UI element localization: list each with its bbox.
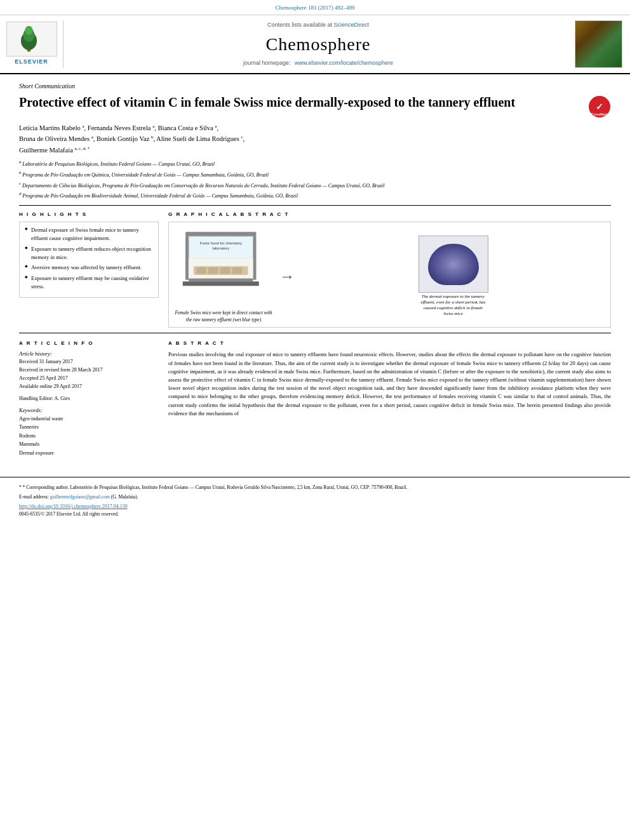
affil-c: c Departamento de Ciências Biológicas, P… bbox=[19, 180, 611, 190]
highlights-list: Dermal exposure of Swiss female mice to … bbox=[25, 226, 153, 290]
highlight-item-2: Exposure to tannery effluent reduces obj… bbox=[25, 245, 153, 262]
thumb-image-box bbox=[575, 20, 622, 68]
brain-image-box bbox=[419, 236, 488, 293]
footnote-address: * * Corresponding author. Laboratório de… bbox=[19, 484, 611, 491]
article-type-label: Short Communication bbox=[19, 82, 611, 91]
elsevier-tree-icon bbox=[13, 25, 51, 53]
elsevier-logo-box bbox=[6, 22, 57, 57]
affil-b: b Programa de Pós-Graduação em Química, … bbox=[19, 170, 611, 179]
graphical-abstract-section: G R A P H I C A L A B S T R A C T bbox=[168, 211, 611, 328]
doi-link[interactable]: http://dx.doi.org/10.1016/j.chemosphere.… bbox=[19, 503, 611, 510]
svg-rect-21 bbox=[183, 282, 259, 286]
email-note: (G. Malafaia). bbox=[111, 494, 138, 500]
keywords-section: Keywords: Agro-industrial waste Tannerie… bbox=[19, 407, 159, 458]
ga-result-caption: The dermal exposure to the tannery efflu… bbox=[419, 294, 488, 317]
article-title-block: Protective effect of vitamin C in female… bbox=[19, 94, 611, 118]
author-estrela: Fernanda Neves Estrela a, bbox=[88, 124, 158, 131]
elsevier-label: ELSEVIER bbox=[15, 58, 48, 66]
graphical-abstract-title: G R A P H I C A L A B S T R A C T bbox=[168, 211, 611, 218]
fume-hood-diagram: Fume hood for chemistry laboratory Femal… bbox=[173, 229, 274, 323]
sciencedirect-text: Contents lists available at ScienceDirec… bbox=[267, 21, 369, 29]
keywords-list: Agro-industrial waste Tanneries Rodents … bbox=[19, 415, 159, 458]
brain-blob bbox=[428, 244, 479, 285]
svg-rect-9 bbox=[253, 236, 256, 280]
email-label: E-mail address: bbox=[19, 494, 49, 500]
author-vaz: Boniek Gontijo Vaz b, bbox=[97, 135, 156, 142]
authors-list: Letícia Martins Rabelo a, Fernanda Neves… bbox=[19, 123, 611, 156]
svg-point-3 bbox=[25, 26, 33, 35]
highlights-graphical-row: H I G H L I G H T S Dermal exposure of S… bbox=[19, 211, 611, 328]
svg-rect-16 bbox=[208, 267, 218, 274]
highlight-item-3: Aversive memory was affected by tannery … bbox=[25, 263, 153, 272]
kw-3: Rodents bbox=[19, 432, 159, 441]
email-link[interactable]: guilhermeifgoiano@gmail.com bbox=[50, 494, 111, 500]
ga-result-box: The dermal exposure to the tannery efflu… bbox=[300, 236, 607, 317]
accepted-date: Accepted 25 April 2017 bbox=[19, 375, 159, 383]
article-title-text: Protective effect of vitamin C in female… bbox=[19, 94, 582, 110]
svg-rect-17 bbox=[220, 267, 230, 274]
svg-rect-7 bbox=[185, 232, 256, 237]
citation-bar: Chemosphere 181 (2017) 492–499 bbox=[0, 0, 630, 15]
article-history: Article history: Received 31 January 201… bbox=[19, 350, 159, 390]
handling-editor: Handling Editor: A. Gies bbox=[19, 395, 159, 402]
svg-rect-8 bbox=[185, 236, 189, 280]
journal-thumbnail bbox=[573, 20, 624, 68]
received-date: Received 31 January 2017 bbox=[19, 358, 159, 366]
article-info-block: A R T I C L E I N F O Article history: R… bbox=[19, 340, 159, 457]
keywords-title: Keywords: bbox=[19, 407, 159, 415]
svg-text:CrossMark: CrossMark bbox=[591, 112, 608, 116]
section-divider-2 bbox=[19, 333, 611, 333]
highlights-section: H I G H L I G H T S Dermal exposure of S… bbox=[19, 211, 159, 328]
highlight-item-1: Dermal exposure of Swiss female mice to … bbox=[25, 226, 153, 243]
available-date: Available online 29 April 2017 bbox=[19, 383, 159, 391]
elsevier-logo: ELSEVIER bbox=[6, 20, 64, 68]
kw-1: Agro-industrial waste bbox=[19, 415, 159, 423]
homepage-line: journal homepage: www.elsevier.com/locat… bbox=[243, 59, 393, 67]
copyright-text: 0045-6535/© 2017 Elsevier Ltd. All right… bbox=[19, 511, 611, 518]
footer: * * Corresponding author. Laboratório de… bbox=[0, 477, 630, 523]
journal-center: Contents lists available at ScienceDirec… bbox=[70, 20, 566, 68]
svg-rect-10 bbox=[189, 278, 253, 281]
highlights-box: Dermal exposure of Swiss female mice to … bbox=[19, 222, 159, 297]
thumb-image bbox=[575, 21, 622, 67]
ga-mice-caption: Female Swiss mice were kept in direct co… bbox=[173, 310, 274, 323]
homepage-label: journal homepage: bbox=[243, 60, 291, 66]
crossmark-icon: ✓ CrossMark bbox=[588, 95, 611, 118]
author-malafaia: Guilherme Malafaia a, c, d, * bbox=[19, 147, 90, 154]
footnote-text: * Corresponding author. Laboratório de P… bbox=[23, 484, 408, 490]
citation-text: Chemosphere 181 (2017) 492–499 bbox=[275, 4, 354, 11]
svg-text:✓: ✓ bbox=[596, 102, 603, 112]
email-address: guilhermeifgoiano@gmail.com bbox=[50, 494, 110, 500]
author-rodrigues: Aline Sueli de Lima Rodrigues c, bbox=[156, 135, 245, 142]
kw-5: Dermal exposure bbox=[19, 449, 159, 458]
section-divider-1 bbox=[19, 205, 611, 206]
ga-arrow: → bbox=[279, 266, 295, 288]
svg-rect-15 bbox=[196, 267, 206, 274]
journal-title: Chemosphere bbox=[266, 32, 371, 57]
svg-text:Fume hood for chemistry: Fume hood for chemistry bbox=[200, 241, 242, 245]
abstract-section: A B S T R A C T Previous studies involvi… bbox=[168, 340, 611, 457]
author-silva: Bianca Costa e Silva a, bbox=[158, 124, 219, 131]
kw-2: Tanneries bbox=[19, 423, 159, 432]
highlights-title: H I G H L I G H T S bbox=[19, 211, 159, 218]
highlight-item-4: Exposure to tannery effluent may be caus… bbox=[25, 274, 153, 291]
info-dates: Received 31 January 2017 Received in rev… bbox=[19, 358, 159, 390]
affil-d: d Programa de Pós-Graduação em Biodivers… bbox=[19, 190, 611, 200]
author-mendes: Bruna de Oliveira Mendes a, bbox=[19, 135, 97, 142]
received-revised: Received in revised form 28 March 2017 bbox=[19, 366, 159, 375]
graphical-abstract-box: Fume hood for chemistry laboratory Femal… bbox=[168, 222, 611, 328]
article-content: Short Communication Protective effect of… bbox=[0, 74, 630, 470]
homepage-link[interactable]: www.elsevier.com/locate/chemosphere bbox=[295, 60, 393, 66]
abstract-title: A B S T R A C T bbox=[168, 340, 611, 347]
article-info-abstract-row: A R T I C L E I N F O Article history: R… bbox=[19, 340, 611, 457]
sciencedirect-link[interactable]: ScienceDirect bbox=[334, 22, 370, 28]
affiliations-block: a Laboratório de Pesquisas Biológicas, I… bbox=[19, 159, 611, 200]
svg-rect-18 bbox=[232, 267, 242, 274]
history-label: Article history: bbox=[19, 350, 159, 358]
article-info-title: A R T I C L E I N F O bbox=[19, 340, 159, 347]
abstract-text: Previous studies involving the oral expo… bbox=[168, 350, 611, 417]
journal-header: ELSEVIER Contents lists available at Sci… bbox=[0, 15, 630, 74]
footnote-email: E-mail address: guilhermeifgoiano@gmail.… bbox=[19, 493, 611, 500]
kw-4: Mammals bbox=[19, 440, 159, 449]
author-rabelo: Letícia Martins Rabelo a, bbox=[19, 124, 88, 131]
